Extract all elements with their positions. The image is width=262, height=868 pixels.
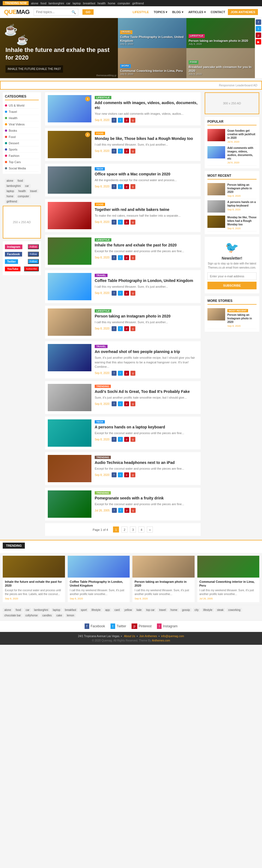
more-story-title[interactable]: Person taking an Instagram photo in 2020: [227, 313, 257, 324]
article-title[interactable]: Coffee Table Photography in London, Unit…: [95, 278, 198, 283]
sidebar-item-viral[interactable]: Viral Videos: [5, 121, 39, 128]
nav-topics[interactable]: TOPICS ▾: [152, 9, 169, 15]
bottom-tag[interactable]: travel: [158, 608, 167, 612]
bottom-tag[interactable]: car: [24, 608, 31, 612]
footer-instagram[interactable]: i Instagram: [157, 623, 177, 629]
article-category[interactable]: TECH: [95, 167, 105, 170]
hero-main[interactable]: ☕ ☕ Inhale the future and exhale the pas…: [0, 18, 118, 78]
ticker-item[interactable]: car: [66, 2, 70, 5]
article-title[interactable]: Office space with a Mac computer in 2020: [95, 172, 198, 177]
hero-yt-icon[interactable]: ▶: [256, 39, 261, 44]
share-facebook[interactable]: f: [111, 326, 117, 331]
hero-cell-1[interactable]: TRAVEL Coffee Taste Photography in Londo…: [118, 18, 187, 48]
article-title[interactable]: Audio Technica headphones next to an iPa…: [95, 460, 198, 465]
article-category[interactable]: FOOD: [95, 203, 105, 206]
share-google[interactable]: g: [130, 118, 135, 123]
bottom-tag[interactable]: coworking: [227, 608, 242, 612]
share-pinterest[interactable]: p: [124, 118, 129, 123]
facebook-follow[interactable]: Follow: [28, 252, 39, 256]
popular-item-title[interactable]: Add comments with images, videos, audios…: [227, 146, 257, 160]
ticker-item[interactable]: computer: [118, 2, 130, 5]
bottom-tag[interactable]: sport: [79, 608, 89, 612]
bottom-tag[interactable]: gossip: [181, 608, 192, 612]
share-facebook[interactable]: f: [111, 437, 117, 442]
sidebar-item-health[interactable]: Health: [5, 115, 39, 121]
share-pinterest[interactable]: p: [124, 291, 129, 296]
article-title[interactable]: Add comments with images, videos, audios…: [95, 100, 198, 110]
newsletter-email-input[interactable]: [207, 272, 257, 280]
hero-cell-2[interactable]: LIFESTYLE Person taking an Instagram pho…: [187, 18, 255, 48]
nav-lifestyle[interactable]: LIFESTYLE: [130, 9, 151, 15]
share-twitter[interactable]: t: [118, 401, 123, 406]
footer-join-link[interactable]: Join Anthemes: [139, 635, 157, 638]
article-title[interactable]: Pomegranate seeds with a fruity drink: [95, 496, 198, 500]
page-2[interactable]: 2: [122, 526, 127, 532]
bottom-tag[interactable]: food: [14, 608, 22, 612]
share-facebook[interactable]: f: [111, 184, 117, 189]
hero-fb-icon[interactable]: f: [256, 20, 261, 25]
share-facebook[interactable]: f: [112, 508, 117, 513]
popular-item-title[interactable]: Goan foodies get creative with jackfruit…: [227, 129, 257, 140]
share-google[interactable]: g: [131, 508, 136, 513]
share-twitter[interactable]: t: [118, 220, 123, 225]
bottom-tag[interactable]: lifestyle: [202, 608, 214, 612]
article-category[interactable]: TRENDING: [95, 456, 111, 459]
bottom-tag[interactable]: yellow: [123, 608, 134, 612]
bottom-title[interactable]: Coffee Table Photography in London, Unit…: [70, 580, 128, 588]
article-category[interactable]: TRAVEL: [95, 345, 107, 348]
recent-item-title[interactable]: A persons hands on a laptop keyboard: [227, 200, 257, 207]
article-title[interactable]: Audi's Sochi Ad Is Great, Too Bad It's P…: [95, 389, 198, 394]
article-category[interactable]: LIFESTYLE: [95, 309, 111, 313]
bottom-tag[interactable]: alone: [3, 608, 12, 612]
ticker-item[interactable]: lamborghini: [48, 2, 64, 5]
share-facebook[interactable]: f: [111, 220, 117, 225]
ticker-item[interactable]: laptop: [73, 2, 81, 5]
share-google[interactable]: g: [130, 437, 135, 442]
join-button[interactable]: JOIN ANTHEMES: [228, 9, 258, 15]
bottom-tag[interactable]: breakfast: [63, 608, 78, 612]
share-twitter[interactable]: t: [118, 508, 123, 513]
footer-email-link[interactable]: info@quemag.com: [161, 635, 184, 638]
article-category[interactable]: LIFESTYLE: [95, 96, 111, 99]
article-category[interactable]: TRAVEL: [95, 274, 107, 277]
article-category[interactable]: TRENDING: [95, 491, 111, 495]
bottom-tag[interactable]: cake: [55, 613, 64, 617]
bottom-tag[interactable]: collyhorse: [24, 613, 39, 617]
sidebar-item-dessert[interactable]: Dessert: [5, 140, 39, 147]
bottom-tag[interactable]: lifestyle: [90, 608, 102, 612]
bottom-tag[interactable]: candles: [41, 613, 53, 617]
footer-facebook[interactable]: f Facebook: [85, 623, 105, 629]
go-button[interactable]: GO: [83, 9, 94, 15]
article-category[interactable]: TECH: [95, 420, 105, 424]
share-facebook[interactable]: f: [111, 118, 117, 123]
tag-travel[interactable]: travel: [29, 189, 38, 193]
bottom-title[interactable]: Communal Coworking interior in Lima, Per…: [199, 580, 257, 588]
tag-food[interactable]: food: [16, 179, 24, 183]
sidebar-item-us-world[interactable]: US & World: [5, 102, 39, 109]
bottom-tag[interactable]: chocolate bar: [3, 613, 22, 617]
nav-blog[interactable]: BLOG ▾: [170, 9, 186, 15]
bottom-tag[interactable]: lemon: [65, 613, 76, 617]
instagram-follow[interactable]: Follow: [28, 244, 39, 249]
share-google[interactable]: g: [130, 401, 135, 406]
bottom-tag[interactable]: home: [169, 608, 179, 612]
share-pinterest[interactable]: p: [124, 149, 129, 154]
sidebar-item-social-media[interactable]: Social Media: [5, 165, 39, 172]
nav-contact[interactable]: CONTACT: [208, 9, 227, 15]
bottom-tag[interactable]: top car: [145, 608, 156, 612]
share-pinterest[interactable]: p: [124, 220, 129, 225]
share-twitter[interactable]: t: [118, 437, 123, 442]
hero-cell-4[interactable]: FOOD Breakfast pancake with cinnamon for…: [187, 48, 255, 78]
share-pinterest[interactable]: p: [125, 508, 129, 513]
footer-twitter[interactable]: t Twitter: [110, 623, 126, 629]
share-twitter[interactable]: t: [118, 371, 123, 376]
share-google[interactable]: g: [130, 220, 135, 225]
share-twitter[interactable]: t: [118, 118, 123, 123]
share-twitter[interactable]: t: [118, 291, 123, 296]
share-google[interactable]: g: [130, 472, 135, 477]
share-twitter[interactable]: t: [118, 472, 123, 477]
bottom-tag[interactable]: city: [193, 608, 200, 612]
tag-car[interactable]: car: [24, 184, 31, 188]
share-pinterest[interactable]: p: [124, 371, 129, 376]
share-google[interactable]: g: [130, 149, 135, 154]
